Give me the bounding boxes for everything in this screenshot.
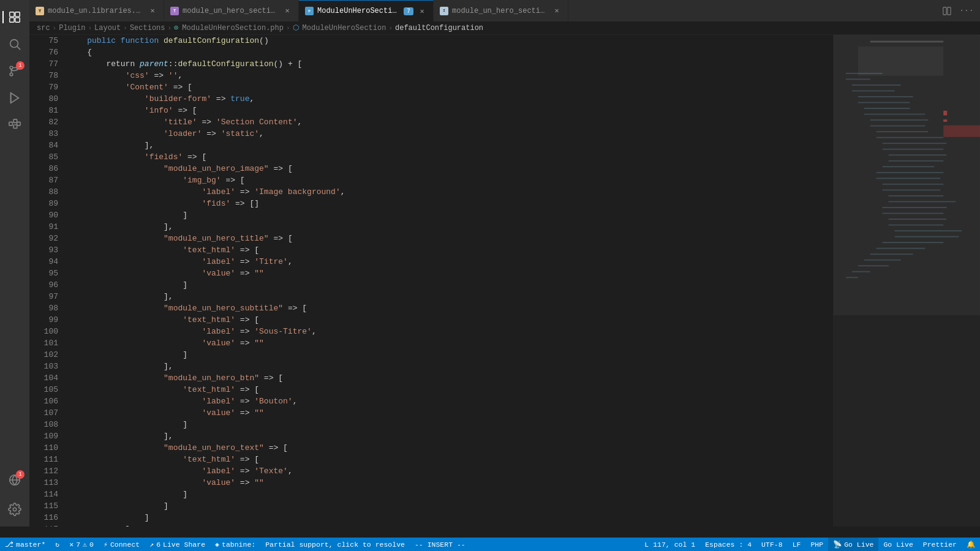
code-line-104: "module_un_hero_btn" => [ <box>68 372 833 384</box>
tabnine-icon: ◈ <box>215 540 219 549</box>
svg-rect-62 <box>834 35 980 315</box>
svg-rect-17 <box>943 7 946 14</box>
breadcrumb: src › Plugin › Layout › Sections › ⊙ Mod… <box>29 21 980 35</box>
breadcrumb-src[interactable]: src <box>37 24 50 32</box>
breadcrumb-file[interactable]: ModuleUnHeroSection.php <box>182 24 284 32</box>
more-tabs-btn[interactable]: ··· <box>958 2 975 20</box>
tab-close-2[interactable]: ✕ <box>282 6 292 16</box>
sync-icon: ↻ <box>55 540 59 549</box>
status-branch[interactable]: ⎇ master* <box>0 538 50 551</box>
tab-close-3[interactable]: ✕ <box>417 6 427 16</box>
tab-close-1[interactable]: ✕ <box>148 6 157 16</box>
go-live-2-label: Go Live <box>883 541 913 549</box>
status-tabnine[interactable]: ◈ tabnine: <box>210 538 260 551</box>
tab-close-4[interactable]: ✕ <box>552 6 562 16</box>
activity-remote[interactable]: 1 <box>2 468 27 492</box>
status-go-live[interactable]: 📡 Go Live <box>828 538 878 551</box>
status-spaces[interactable]: Espaces : 4 <box>700 538 756 551</box>
status-errors[interactable]: ✕ 7 ⚠ 0 <box>64 538 99 551</box>
code-line-94: 'label' => 'Titre', <box>68 256 833 268</box>
antenna-icon: 📡 <box>833 540 842 549</box>
code-content[interactable]: public function defaultConfiguration() {… <box>63 35 833 527</box>
svg-rect-12 <box>13 119 17 123</box>
breadcrumb-class[interactable]: ModuleUnHeroSection <box>303 24 386 32</box>
breadcrumb-method[interactable]: defaultConfiguration <box>395 24 483 32</box>
eol-label: LF <box>793 541 801 549</box>
status-connect[interactable]: ⚡ Connect <box>99 538 145 551</box>
svg-line-5 <box>17 47 20 50</box>
code-line-77: return parent::defaultConfiguration() + … <box>68 58 833 70</box>
tab-actions: ··· <box>938 0 980 21</box>
connect-icon: ⚡ <box>104 540 108 549</box>
status-eol[interactable]: LF <box>788 538 806 551</box>
code-line-109: ], <box>68 430 833 442</box>
breadcrumb-plugin[interactable]: Plugin <box>59 24 85 32</box>
line-numbers: 75 76 77 78 79 80 81 82 83 84 85 86 87 8… <box>29 35 63 527</box>
svg-rect-14 <box>17 122 20 126</box>
status-language[interactable]: PHP <box>805 538 828 551</box>
bell-icon: 🔔 <box>967 540 975 549</box>
code-line-89: 'fids' => [] <box>68 198 833 209</box>
activity-extensions[interactable] <box>2 113 27 137</box>
warning-icon: ⚠ <box>83 540 87 549</box>
split-editor-btn[interactable] <box>938 2 956 20</box>
tab-modified-badge: 7 <box>404 7 413 15</box>
code-line-99: 'text_html' => [ <box>68 314 833 326</box>
code-line-111: 'text_html' => [ <box>68 454 833 465</box>
code-line-108: ] <box>68 419 833 430</box>
activity-settings[interactable] <box>2 497 27 522</box>
status-line-col[interactable]: L 117, col 1 <box>639 538 700 551</box>
tab-twig[interactable]: T module_un_hero_section.html.twig ✕ <box>164 0 299 21</box>
code-line-106: 'label' => 'Bouton', <box>68 395 833 407</box>
code-line-105: 'text_html' => [ <box>68 384 833 395</box>
status-partial-support[interactable]: Partial support, click to resolve <box>260 538 410 551</box>
connect-label: Connect <box>110 541 140 549</box>
code-line-115: ] <box>68 500 833 512</box>
code-line-78: 'css' => '', <box>68 70 833 81</box>
code-line-87: 'img_bg' => [ <box>68 174 833 186</box>
status-encoding[interactable]: UTF-8 <box>756 538 788 551</box>
error-count: 7 <box>76 541 80 549</box>
code-line-91: ], <box>68 221 833 233</box>
code-line-75: public function defaultConfiguration() <box>68 35 833 47</box>
breadcrumb-layout[interactable]: Layout <box>94 24 121 32</box>
status-live-share[interactable]: ↗ 6 Live Share <box>145 538 210 551</box>
svg-marker-9 <box>11 93 19 103</box>
tab-label-2: module_un_hero_section.html.twig <box>183 7 279 15</box>
live-share-label: Live Share <box>163 541 205 549</box>
code-line-90: ] <box>68 209 833 221</box>
status-go-live-2[interactable]: Go Live <box>878 538 918 551</box>
code-line-98: "module_un_hero_subtitle" => [ <box>68 302 833 314</box>
code-line-103: ], <box>68 361 833 372</box>
tab-php[interactable]: P ModuleUnHeroSection.php 7 ✕ <box>299 0 434 21</box>
tab-label-1: module_un.libraries.yml <box>48 7 144 15</box>
status-left: ⎇ master* ↻ ✕ 7 ⚠ 0 ⚡ Connect ↗ 6 Live S… <box>0 538 470 551</box>
code-line-95: 'value' => "" <box>68 268 833 279</box>
code-line-100: 'label' => 'Sous-Titre', <box>68 326 833 337</box>
activity-source-control[interactable]: 1 <box>2 59 27 83</box>
code-line-114: ] <box>68 489 833 500</box>
status-notifications[interactable]: 🔔 <box>962 538 980 551</box>
tab-png[interactable]: I module_un_hero_section.png ✕ <box>434 0 568 21</box>
remote-badge: 1 <box>16 470 24 479</box>
svg-point-16 <box>13 508 17 511</box>
warning-count: 0 <box>89 541 94 549</box>
language-label: PHP <box>810 541 823 549</box>
activity-search[interactable] <box>2 32 27 56</box>
tab-libraries-yml[interactable]: Y module_un.libraries.yml ✕ <box>29 0 164 21</box>
activity-explorer[interactable] <box>2 5 27 29</box>
code-line-116: ] <box>68 512 833 523</box>
code-line-80: 'builder-form' => true, <box>68 93 833 105</box>
code-line-83: 'loader' => 'static', <box>68 128 833 140</box>
activity-run[interactable] <box>2 86 27 110</box>
php-icon: P <box>305 7 314 15</box>
minimap-svg <box>834 35 980 527</box>
partial-support-label: Partial support, click to resolve <box>265 541 405 549</box>
breadcrumb-sections[interactable]: Sections <box>130 24 165 32</box>
branch-name: master* <box>16 541 45 549</box>
code-line-86: "module_un_hero_image" => [ <box>68 163 833 174</box>
source-control-badge: 1 <box>16 61 24 70</box>
status-sync[interactable]: ↻ <box>50 538 64 551</box>
editor: 75 76 77 78 79 80 81 82 83 84 85 86 87 8… <box>29 35 833 527</box>
status-prettier[interactable]: Prettier <box>918 538 962 551</box>
